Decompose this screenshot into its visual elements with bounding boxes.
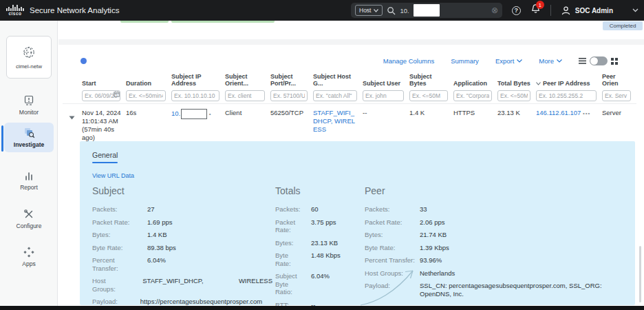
- screen: cisco Secure Network Analytics Host 10. …: [0, 0, 644, 310]
- cell-start: Nov 14, 2024 11:01:43 AM (57min 40s ago): [82, 109, 126, 142]
- active-indicator: [1, 125, 3, 152]
- investigate-icon: [23, 127, 35, 138]
- column-header-start[interactable]: Start: [82, 76, 126, 87]
- column-header-subject-orientation[interactable]: Subject Orient...: [225, 76, 270, 87]
- section-divider: [58, 39, 644, 45]
- section-title: Subject: [92, 185, 272, 196]
- chevron-down-icon: [374, 9, 378, 12]
- cell-peer-orientation: Server: [602, 109, 636, 142]
- filter-peer-orientation[interactable]: [602, 90, 631, 101]
- sidebar: cimel-netw Monitor Investigate: [0, 21, 58, 306]
- sidebar-item-report[interactable]: Report: [4, 167, 54, 195]
- tag-pill[interactable]: [120, 21, 169, 23]
- column-header-subject-port[interactable]: Subject Port/Pr...: [270, 76, 313, 87]
- filter-subject-user[interactable]: [363, 90, 404, 101]
- sidebar-item-configure[interactable]: Configure: [4, 205, 54, 234]
- column-header-peer-ip[interactable]: Peer IP Address: [536, 76, 602, 87]
- sidebar-item-label: Report: [20, 184, 38, 191]
- sidebar-item-apps[interactable]: Apps: [4, 242, 54, 271]
- grid-view-icon: [611, 58, 618, 65]
- ip-more-menu[interactable]: •: [209, 111, 212, 117]
- search-scope-label: Host: [359, 7, 371, 14]
- top-bar: cisco Secure Network Analytics Host 10. …: [0, 0, 644, 21]
- notification-count-badge: 1: [536, 1, 544, 9]
- filter-subject-ip[interactable]: [171, 90, 219, 101]
- row-expander[interactable]: [63, 109, 82, 142]
- user-menu[interactable]: SOC Admin: [561, 6, 638, 16]
- sidebar-item-monitor[interactable]: Monitor: [4, 91, 54, 120]
- column-header-subject-bytes[interactable]: Subject Bytes: [409, 76, 453, 87]
- domain-name: cimel-netw: [16, 63, 42, 70]
- tag-pill[interactable]: [171, 21, 275, 23]
- clear-search-button[interactable]: ⊗: [491, 6, 498, 14]
- ip-more-menu[interactable]: •••: [583, 110, 590, 116]
- sidebar-item-investigate[interactable]: Investigate: [4, 123, 54, 152]
- filter-subject-host-groups[interactable]: [313, 90, 357, 101]
- cell-subject-ip[interactable]: 10. •: [171, 109, 225, 142]
- filter-subject-bytes[interactable]: [409, 90, 448, 101]
- help-icon[interactable]: ?: [512, 6, 521, 15]
- main-content: Completed Manage Columns Summary Export …: [58, 21, 644, 306]
- user-name: SOC Admin: [575, 7, 613, 14]
- redacted-search-text: [414, 4, 440, 17]
- chevron-down-icon: [517, 59, 522, 63]
- notifications-button[interactable]: 1: [530, 3, 541, 17]
- search-icon: [387, 6, 396, 15]
- domain-globe-icon: [22, 45, 36, 59]
- column-header-subject-ip[interactable]: Subject IP Address: [171, 76, 225, 87]
- configure-tools-icon: [23, 209, 34, 220]
- table-row[interactable]: Nov 14, 2024 11:01:43 AM (57min 40s ago)…: [63, 103, 636, 142]
- user-icon: [561, 6, 571, 16]
- column-header-total-bytes[interactable]: Total Bytes: [497, 76, 536, 87]
- vertical-scrollbar[interactable]: [639, 246, 641, 302]
- column-header-duration[interactable]: Duration: [126, 76, 171, 87]
- search-scope-dropdown[interactable]: Host: [355, 5, 383, 16]
- calendar-icon[interactable]: [114, 91, 120, 97]
- table-header-row: Start Duration Subject IP Address Subjec…: [63, 76, 636, 87]
- cell-peer-ip[interactable]: 146.112.61.107 •••: [536, 109, 602, 142]
- chevron-down-icon: [557, 59, 562, 63]
- monitor-icon: [23, 95, 34, 106]
- brand: cisco Secure Network Analytics: [0, 5, 119, 17]
- sidebar-domain-card[interactable]: cimel-netw: [6, 36, 52, 79]
- collapse-chevron-icon: [69, 116, 75, 120]
- cell-total-bytes: 23.13 K: [497, 109, 536, 142]
- view-toggle[interactable]: [579, 56, 618, 65]
- detail-section-totals: Totals Packets:60 Packet Rate:3.75 pps B…: [275, 185, 358, 310]
- cell-duration: 16s: [126, 109, 171, 142]
- table-toolbar: Manage Columns Summary Export More: [58, 55, 644, 70]
- redacted-ip: [181, 109, 207, 119]
- chevron-down-icon: [632, 8, 638, 12]
- tab-general[interactable]: General: [92, 151, 118, 163]
- filter-subject-orientation[interactable]: [225, 90, 265, 101]
- search-input[interactable]: 10.: [400, 7, 409, 14]
- export-dropdown[interactable]: Export: [495, 57, 522, 65]
- sidebar-item-label: Apps: [22, 260, 35, 267]
- filter-total-bytes[interactable]: [497, 90, 530, 101]
- sidebar-item-label: Investigate: [14, 141, 44, 148]
- cell-subject-host-groups[interactable]: STAFF_WIFI_DHCP, WIRELESS: [313, 109, 363, 142]
- section-title: Peer: [365, 185, 626, 196]
- cisco-wordmark: cisco: [8, 12, 21, 17]
- cell-subject-bytes: 1.4 K: [409, 109, 453, 142]
- view-url-data-link[interactable]: View URL Data: [92, 172, 134, 179]
- manage-columns-link[interactable]: Manage Columns: [383, 57, 434, 65]
- column-header-application[interactable]: Application: [453, 76, 497, 87]
- report-chart-icon: [23, 171, 34, 181]
- sort-chevron-icon: [536, 82, 541, 85]
- column-header-subject-user[interactable]: Subject User: [363, 76, 409, 87]
- filter-duration[interactable]: [126, 90, 166, 101]
- more-dropdown[interactable]: More: [539, 57, 562, 65]
- divider: [550, 5, 551, 16]
- filter-subject-port[interactable]: [270, 90, 308, 101]
- filter-application[interactable]: [453, 90, 492, 101]
- view-switch[interactable]: [590, 56, 608, 65]
- table-filter-row: [63, 88, 636, 102]
- filter-peer-ip[interactable]: [536, 90, 597, 101]
- detail-section-subject: Subject Packets:27 Packet Rate:1.69 pps …: [92, 185, 272, 310]
- column-header-peer-orientation[interactable]: Peer Orien: [602, 76, 636, 87]
- global-search-bar[interactable]: Host 10. ⊗: [351, 3, 502, 18]
- summary-link[interactable]: Summary: [451, 57, 479, 65]
- cell-subject-orientation: Client: [225, 109, 270, 142]
- column-header-subject-host-groups[interactable]: Subject Host G...: [313, 76, 363, 87]
